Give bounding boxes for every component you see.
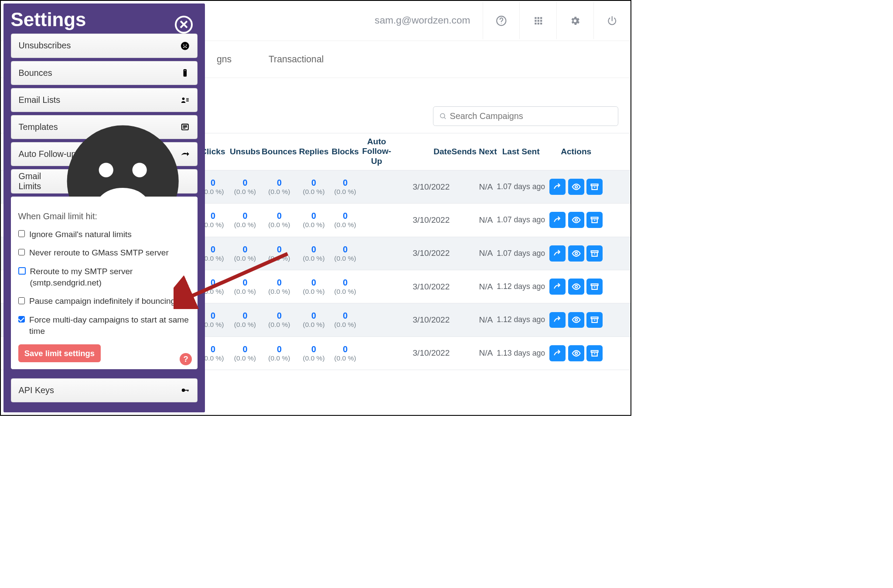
opt-never-label: Never reroute to GMass SMTP server — [29, 247, 169, 258]
opt-force[interactable]: Force multi-day campaigns to start at sa… — [18, 314, 191, 337]
action-view[interactable] — [568, 245, 584, 262]
replies-pct: (0.0 %) — [297, 354, 330, 362]
bounces-value[interactable]: 0 — [261, 245, 297, 255]
close-button[interactable] — [175, 16, 193, 34]
replies-pct: (0.0 %) — [297, 188, 330, 196]
col-sendsnext: Sends Next — [452, 147, 495, 156]
blocks-value[interactable]: 0 — [330, 344, 360, 354]
blocks-value[interactable]: 0 — [330, 178, 360, 188]
unsubs-cell: 0(0.0 %) — [229, 278, 261, 296]
svg-rect-8 — [535, 23, 536, 24]
tab-transactional[interactable]: Transactional — [269, 54, 324, 65]
bounces-value[interactable]: 0 — [261, 278, 297, 288]
archive-icon — [590, 349, 599, 358]
blocks-value[interactable]: 0 — [330, 245, 360, 255]
menu-bounces-label: Bounces — [19, 68, 52, 78]
blocks-value[interactable]: 0 — [330, 278, 360, 288]
blocks-pct: (0.0 %) — [330, 188, 360, 196]
bounces-value[interactable]: 0 — [261, 311, 297, 321]
blocks-value[interactable]: 0 — [330, 311, 360, 321]
panel-help-button[interactable]: ? — [180, 353, 192, 365]
tab-campaigns-fragment[interactable]: gns — [217, 54, 232, 65]
blocks-pct: (0.0 %) — [330, 321, 360, 329]
gmail-limits-panel: When Gmail limit hit: Ignore Gmail's nat… — [11, 197, 198, 369]
action-share[interactable] — [549, 245, 566, 262]
action-view[interactable] — [568, 312, 584, 328]
checkbox-never[interactable] — [18, 249, 25, 256]
replies-cell: 0(0.0 %) — [297, 311, 330, 329]
search-box[interactable] — [433, 106, 618, 126]
bounces-value[interactable]: 0 — [261, 178, 297, 188]
opt-ignore[interactable]: Ignore Gmail's natural limits — [18, 229, 191, 240]
opt-ignore-label: Ignore Gmail's natural limits — [29, 229, 132, 240]
blocks-cell: 0(0.0 %) — [330, 344, 360, 362]
action-share[interactable] — [549, 312, 566, 328]
replies-value[interactable]: 0 — [297, 178, 330, 188]
bounces-value[interactable]: 0 — [261, 211, 297, 221]
svg-point-12 — [440, 114, 445, 118]
power-button[interactable] — [593, 2, 631, 39]
bounces-pct: (0.0 %) — [261, 321, 297, 329]
help-icon — [496, 15, 507, 26]
blocks-value[interactable]: 0 — [330, 211, 360, 221]
unsubs-value[interactable]: 0 — [229, 211, 261, 221]
save-limit-settings-button[interactable]: Save limit settings — [18, 344, 101, 363]
replies-value[interactable]: 0 — [297, 211, 330, 221]
svg-rect-18 — [591, 251, 598, 252]
gear-icon — [569, 15, 580, 26]
opt-reroute[interactable]: Reroute to my SMTP server (smtp.sendgrid… — [18, 266, 191, 289]
unsubs-pct: (0.0 %) — [229, 221, 261, 229]
menu-bounces[interactable]: Bounces — [11, 61, 198, 85]
menu-emaillists[interactable]: Email Lists — [11, 88, 198, 112]
svg-rect-28 — [183, 69, 187, 77]
action-archive[interactable] — [586, 345, 603, 361]
action-share[interactable] — [549, 179, 566, 195]
search-input[interactable] — [450, 111, 612, 121]
grid-icon — [533, 15, 544, 26]
replies-value[interactable]: 0 — [297, 344, 330, 354]
checkbox-ignore[interactable] — [18, 230, 25, 237]
action-archive[interactable] — [586, 212, 603, 228]
replies-pct: (0.0 %) — [297, 321, 330, 329]
unsubs-value[interactable]: 0 — [229, 178, 261, 188]
action-archive[interactable] — [586, 279, 603, 295]
action-view[interactable] — [568, 179, 584, 195]
apps-button[interactable] — [519, 2, 556, 39]
action-share[interactable] — [549, 279, 566, 295]
actions-cell — [547, 345, 605, 361]
action-share[interactable] — [549, 212, 566, 228]
lastsent-cell: 1.07 days ago — [495, 249, 547, 258]
menu-unsubscribes[interactable]: Unsubscribes — [11, 34, 198, 58]
action-view[interactable] — [568, 345, 584, 361]
action-archive[interactable] — [586, 312, 603, 328]
replies-value[interactable]: 0 — [297, 311, 330, 321]
action-archive[interactable] — [586, 179, 603, 195]
svg-rect-20 — [591, 284, 598, 286]
action-archive[interactable] — [586, 245, 603, 262]
bounces-cell: 0(0.0 %) — [261, 311, 297, 329]
menu-gmaillimits[interactable]: Gmail Limits — [11, 169, 198, 193]
bounces-value[interactable]: 0 — [261, 344, 297, 354]
settings-button[interactable] — [556, 2, 593, 39]
help-button[interactable] — [483, 2, 520, 39]
action-view[interactable] — [568, 212, 584, 228]
action-share[interactable] — [549, 345, 566, 361]
checkbox-pause[interactable] — [18, 297, 25, 304]
unsubs-pct: (0.0 %) — [229, 288, 261, 296]
action-view[interactable] — [568, 279, 584, 295]
replies-value[interactable]: 0 — [297, 245, 330, 255]
sendsnext-cell: N/A — [452, 215, 495, 225]
account-email: sam.g@wordzen.com — [375, 15, 470, 26]
unsubs-value[interactable]: 0 — [229, 278, 261, 288]
unsubs-value[interactable]: 0 — [229, 344, 261, 354]
unsubs-value[interactable]: 0 — [229, 245, 261, 255]
svg-rect-32 — [186, 99, 189, 100]
unsubs-value[interactable]: 0 — [229, 311, 261, 321]
replies-value[interactable]: 0 — [297, 278, 330, 288]
opt-never[interactable]: Never reroute to GMass SMTP server — [18, 247, 191, 258]
svg-point-38 — [181, 389, 185, 392]
checkbox-force[interactable] — [18, 316, 25, 323]
menu-apikeys[interactable]: API Keys — [11, 378, 198, 402]
opt-pause[interactable]: Pause campaign indefinitely if bouncing — [18, 296, 191, 307]
checkbox-reroute[interactable] — [18, 267, 26, 275]
